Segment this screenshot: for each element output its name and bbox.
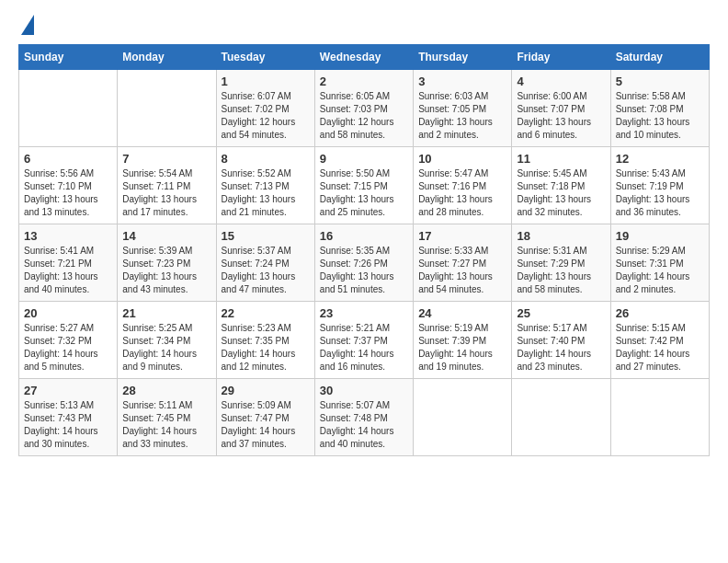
weekday-header-monday: Monday bbox=[118, 45, 216, 70]
calendar-cell: 25Sunrise: 5:17 AM Sunset: 7:40 PM Dayli… bbox=[512, 302, 610, 379]
day-number: 23 bbox=[320, 306, 408, 320]
day-number: 7 bbox=[122, 152, 210, 166]
calendar-cell: 11Sunrise: 5:45 AM Sunset: 7:18 PM Dayli… bbox=[512, 147, 610, 224]
calendar-cell: 7Sunrise: 5:54 AM Sunset: 7:11 PM Daylig… bbox=[118, 147, 216, 224]
day-number: 16 bbox=[320, 229, 408, 243]
calendar-cell: 9Sunrise: 5:50 AM Sunset: 7:15 PM Daylig… bbox=[314, 147, 413, 224]
day-number: 15 bbox=[222, 229, 310, 243]
day-number: 5 bbox=[616, 75, 704, 88]
day-detail: Sunrise: 5:31 AM Sunset: 7:29 PM Dayligh… bbox=[517, 245, 605, 296]
day-detail: Sunrise: 5:52 AM Sunset: 7:13 PM Dayligh… bbox=[222, 167, 310, 219]
calendar-cell: 14Sunrise: 5:39 AM Sunset: 7:23 PM Dayli… bbox=[118, 224, 216, 302]
day-detail: Sunrise: 5:23 AM Sunset: 7:35 PM Dayligh… bbox=[222, 322, 310, 373]
calendar-cell bbox=[610, 379, 709, 456]
day-detail: Sunrise: 6:07 AM Sunset: 7:02 PM Dayligh… bbox=[222, 90, 310, 142]
calendar-cell: 28Sunrise: 5:11 AM Sunset: 7:45 PM Dayli… bbox=[118, 379, 216, 456]
day-number: 29 bbox=[222, 384, 310, 397]
day-number: 21 bbox=[122, 306, 210, 320]
day-detail: Sunrise: 5:50 AM Sunset: 7:15 PM Dayligh… bbox=[320, 167, 408, 219]
calendar-cell: 17Sunrise: 5:33 AM Sunset: 7:27 PM Dayli… bbox=[414, 224, 512, 302]
day-detail: Sunrise: 5:27 AM Sunset: 7:32 PM Dayligh… bbox=[24, 322, 112, 373]
calendar-cell: 30Sunrise: 5:07 AM Sunset: 7:48 PM Dayli… bbox=[314, 379, 413, 456]
day-number: 8 bbox=[222, 152, 310, 166]
week-row-2: 6Sunrise: 5:56 AM Sunset: 7:10 PM Daylig… bbox=[19, 147, 710, 224]
day-detail: Sunrise: 5:54 AM Sunset: 7:11 PM Dayligh… bbox=[122, 167, 210, 219]
logo-triangle-icon bbox=[21, 15, 34, 35]
weekday-header-wednesday: Wednesday bbox=[314, 45, 413, 70]
calendar-table: SundayMondayTuesdayWednesdayThursdayFrid… bbox=[18, 44, 710, 456]
day-detail: Sunrise: 5:45 AM Sunset: 7:18 PM Dayligh… bbox=[517, 167, 605, 219]
calendar-cell: 29Sunrise: 5:09 AM Sunset: 7:47 PM Dayli… bbox=[216, 379, 314, 456]
day-detail: Sunrise: 5:29 AM Sunset: 7:31 PM Dayligh… bbox=[616, 245, 704, 296]
day-detail: Sunrise: 5:21 AM Sunset: 7:37 PM Dayligh… bbox=[320, 322, 408, 373]
calendar-cell: 1Sunrise: 6:07 AM Sunset: 7:02 PM Daylig… bbox=[216, 70, 314, 147]
calendar-cell bbox=[19, 70, 118, 147]
day-number: 14 bbox=[122, 229, 210, 243]
calendar-cell: 20Sunrise: 5:27 AM Sunset: 7:32 PM Dayli… bbox=[19, 302, 118, 379]
day-detail: Sunrise: 5:58 AM Sunset: 7:08 PM Dayligh… bbox=[616, 90, 704, 142]
weekday-header-tuesday: Tuesday bbox=[216, 45, 314, 70]
day-number: 25 bbox=[517, 306, 605, 320]
day-detail: Sunrise: 5:41 AM Sunset: 7:21 PM Dayligh… bbox=[24, 245, 112, 296]
calendar-cell: 24Sunrise: 5:19 AM Sunset: 7:39 PM Dayli… bbox=[414, 302, 512, 379]
header bbox=[18, 18, 710, 35]
day-number: 10 bbox=[418, 152, 506, 166]
week-row-4: 20Sunrise: 5:27 AM Sunset: 7:32 PM Dayli… bbox=[19, 302, 710, 379]
day-number: 13 bbox=[24, 229, 112, 243]
calendar-cell bbox=[414, 379, 512, 456]
week-row-5: 27Sunrise: 5:13 AM Sunset: 7:43 PM Dayli… bbox=[19, 379, 710, 456]
calendar-cell: 18Sunrise: 5:31 AM Sunset: 7:29 PM Dayli… bbox=[512, 224, 610, 302]
calendar-cell: 6Sunrise: 5:56 AM Sunset: 7:10 PM Daylig… bbox=[19, 147, 118, 224]
day-number: 30 bbox=[320, 384, 408, 397]
day-detail: Sunrise: 5:47 AM Sunset: 7:16 PM Dayligh… bbox=[418, 167, 506, 219]
calendar-cell: 22Sunrise: 5:23 AM Sunset: 7:35 PM Dayli… bbox=[216, 302, 314, 379]
calendar-cell: 15Sunrise: 5:37 AM Sunset: 7:24 PM Dayli… bbox=[216, 224, 314, 302]
calendar-cell: 27Sunrise: 5:13 AM Sunset: 7:43 PM Dayli… bbox=[19, 379, 118, 456]
day-number: 19 bbox=[616, 229, 704, 243]
day-number: 22 bbox=[222, 306, 310, 320]
day-number: 3 bbox=[418, 75, 506, 88]
day-number: 4 bbox=[517, 75, 605, 88]
day-detail: Sunrise: 6:03 AM Sunset: 7:05 PM Dayligh… bbox=[418, 90, 506, 142]
calendar-cell: 23Sunrise: 5:21 AM Sunset: 7:37 PM Dayli… bbox=[314, 302, 413, 379]
calendar-cell bbox=[118, 70, 216, 147]
calendar-cell: 13Sunrise: 5:41 AM Sunset: 7:21 PM Dayli… bbox=[19, 224, 118, 302]
day-detail: Sunrise: 5:25 AM Sunset: 7:34 PM Dayligh… bbox=[122, 322, 210, 373]
day-number: 6 bbox=[24, 152, 112, 166]
weekday-header-thursday: Thursday bbox=[414, 45, 512, 70]
day-detail: Sunrise: 5:43 AM Sunset: 7:19 PM Dayligh… bbox=[616, 167, 704, 219]
day-number: 18 bbox=[517, 229, 605, 243]
day-detail: Sunrise: 5:15 AM Sunset: 7:42 PM Dayligh… bbox=[616, 322, 704, 373]
day-detail: Sunrise: 6:00 AM Sunset: 7:07 PM Dayligh… bbox=[517, 90, 605, 142]
day-number: 27 bbox=[24, 384, 112, 397]
calendar-cell: 5Sunrise: 5:58 AM Sunset: 7:08 PM Daylig… bbox=[610, 70, 709, 147]
day-detail: Sunrise: 6:05 AM Sunset: 7:03 PM Dayligh… bbox=[320, 90, 408, 142]
day-detail: Sunrise: 5:56 AM Sunset: 7:10 PM Dayligh… bbox=[24, 167, 112, 219]
day-number: 24 bbox=[418, 306, 506, 320]
day-detail: Sunrise: 5:39 AM Sunset: 7:23 PM Dayligh… bbox=[122, 245, 210, 296]
calendar-cell: 21Sunrise: 5:25 AM Sunset: 7:34 PM Dayli… bbox=[118, 302, 216, 379]
day-number: 11 bbox=[517, 152, 605, 166]
day-detail: Sunrise: 5:17 AM Sunset: 7:40 PM Dayligh… bbox=[517, 322, 605, 373]
day-detail: Sunrise: 5:19 AM Sunset: 7:39 PM Dayligh… bbox=[418, 322, 506, 373]
logo bbox=[18, 18, 34, 35]
day-detail: Sunrise: 5:11 AM Sunset: 7:45 PM Dayligh… bbox=[122, 399, 210, 451]
day-detail: Sunrise: 5:35 AM Sunset: 7:26 PM Dayligh… bbox=[320, 245, 408, 296]
day-number: 1 bbox=[222, 75, 310, 88]
day-detail: Sunrise: 5:09 AM Sunset: 7:47 PM Dayligh… bbox=[222, 399, 310, 451]
weekday-header-friday: Friday bbox=[512, 45, 610, 70]
day-number: 9 bbox=[320, 152, 408, 166]
week-row-1: 1Sunrise: 6:07 AM Sunset: 7:02 PM Daylig… bbox=[19, 70, 710, 147]
day-detail: Sunrise: 5:13 AM Sunset: 7:43 PM Dayligh… bbox=[24, 399, 112, 451]
calendar-cell: 2Sunrise: 6:05 AM Sunset: 7:03 PM Daylig… bbox=[314, 70, 413, 147]
calendar-cell: 26Sunrise: 5:15 AM Sunset: 7:42 PM Dayli… bbox=[610, 302, 709, 379]
day-number: 26 bbox=[616, 306, 704, 320]
day-number: 12 bbox=[616, 152, 704, 166]
day-number: 2 bbox=[320, 75, 408, 88]
weekday-header-sunday: Sunday bbox=[19, 45, 118, 70]
day-detail: Sunrise: 5:33 AM Sunset: 7:27 PM Dayligh… bbox=[418, 245, 506, 296]
day-detail: Sunrise: 5:07 AM Sunset: 7:48 PM Dayligh… bbox=[320, 399, 408, 451]
calendar-cell: 3Sunrise: 6:03 AM Sunset: 7:05 PM Daylig… bbox=[414, 70, 512, 147]
weekday-header-row: SundayMondayTuesdayWednesdayThursdayFrid… bbox=[19, 45, 710, 70]
day-detail: Sunrise: 5:37 AM Sunset: 7:24 PM Dayligh… bbox=[222, 245, 310, 296]
